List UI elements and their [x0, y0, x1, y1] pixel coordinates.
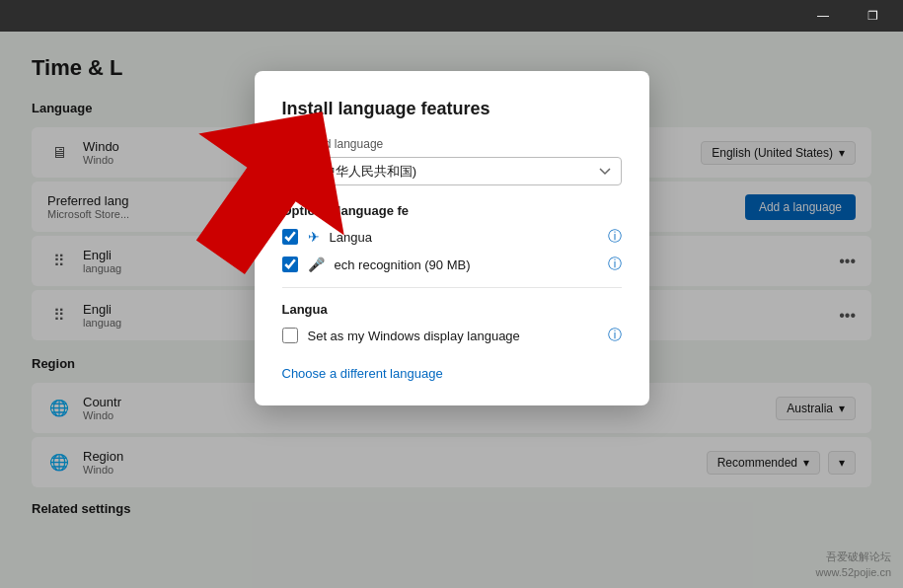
language-pack-label: Langua: [330, 230, 598, 245]
restore-button[interactable]: ❐: [850, 0, 895, 32]
language-pack-checkbox[interactable]: [282, 229, 298, 245]
display-language-info-icon[interactable]: ⓘ: [608, 327, 622, 344]
minimize-button[interactable]: —: [800, 0, 846, 32]
display-language-checkbox[interactable]: [282, 328, 298, 343]
language-pack-row: ✈ Langua ⓘ: [282, 228, 622, 246]
language-pack-icon: ✈: [308, 229, 320, 245]
speech-icon: 🎤: [308, 257, 325, 272]
modal-footer: Choose a different language: [282, 364, 622, 382]
speech-recognition-row: 🎤 ech recognition (90 MB) ⓘ: [282, 256, 622, 273]
speech-recognition-info-icon[interactable]: ⓘ: [608, 256, 622, 273]
divider: [282, 287, 622, 288]
preferred-language-label: Preferred language: [282, 137, 622, 151]
display-language-row: Set as my Windows display language ⓘ: [282, 327, 622, 344]
title-bar: — ❐: [0, 0, 903, 32]
modal-overlay: Install language features Preferred lang…: [0, 32, 903, 588]
speech-recognition-label: ech recognition (90 MB): [335, 257, 598, 272]
optional-features-header: Optional language fe: [282, 203, 622, 218]
language-pack-info-icon[interactable]: ⓘ: [608, 228, 622, 246]
modal-title: Install language features: [282, 99, 622, 119]
main-area: Time & L Language 🖥 Windo Windo English …: [0, 32, 903, 588]
display-language-label: Set as my Windows display language: [308, 329, 598, 343]
install-language-modal: Install language features Preferred lang…: [255, 71, 649, 405]
preferred-language-select[interactable]: 中文(中华人民共和国): [282, 157, 622, 185]
choose-different-language-link[interactable]: Choose a different language: [282, 366, 443, 381]
language-options-header: Langua: [282, 302, 622, 317]
speech-recognition-checkbox[interactable]: [282, 257, 298, 272]
